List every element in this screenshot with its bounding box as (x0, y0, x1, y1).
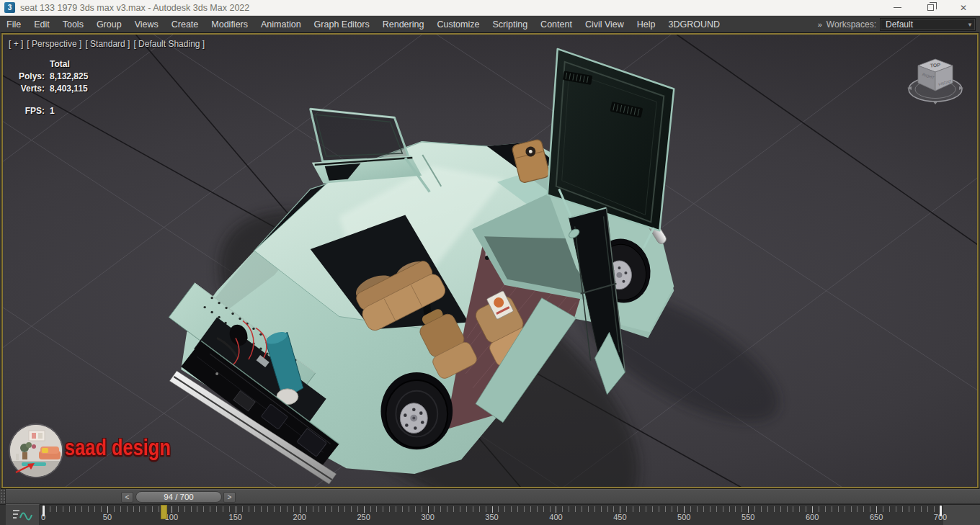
ruler-tick (460, 506, 460, 512)
ruler-tick (127, 506, 128, 512)
ruler-label: 650 (870, 513, 883, 521)
viewport-menu-pov[interactable]: [ Perspective ] (27, 39, 81, 49)
stats-header: Total (50, 59, 88, 69)
ruler-tick (607, 506, 608, 512)
ruler-tick (210, 506, 210, 512)
ruler-tick (184, 506, 185, 512)
ruler-tick (139, 506, 140, 512)
menu-customize[interactable]: Customize (430, 16, 486, 33)
menu-graph-editors[interactable]: Graph Editors (308, 16, 376, 33)
menu-overflow-icon[interactable]: » (818, 20, 821, 29)
ruler-tick (146, 506, 146, 512)
viewcube[interactable]: TOP RIGHT FRONT (901, 43, 970, 112)
ruler-tick (197, 506, 197, 512)
menu-group[interactable]: Group (90, 16, 128, 33)
ruler-tick (357, 506, 358, 512)
ruler-tick (274, 506, 275, 512)
ruler-tick (582, 506, 582, 512)
viewport-menu-general[interactable]: [ + ] (9, 39, 23, 49)
menu-file[interactable]: File (0, 16, 27, 33)
time-slider[interactable]: < 94 / 700 > (6, 489, 980, 504)
ruler-tick (511, 506, 512, 512)
ruler-tick (351, 506, 352, 512)
ruler-tick (633, 506, 633, 512)
ruler-tick (313, 506, 313, 512)
ruler-tick (639, 506, 640, 512)
viewport-menu-shading[interactable]: [ Default Shading ] (133, 39, 205, 49)
ruler-tick (50, 506, 50, 512)
ruler-tick (191, 506, 192, 512)
ruler-tick (120, 506, 121, 512)
current-frame-display[interactable]: 94 / 700 (135, 491, 222, 503)
menu-create[interactable]: Create (165, 16, 205, 33)
menu-3dground[interactable]: 3DGROUND (662, 16, 727, 33)
ruler-tick (306, 506, 307, 512)
close-button[interactable]: ✕ (947, 0, 980, 15)
menu-scripting[interactable]: Scripting (486, 16, 534, 33)
ruler-tick (857, 506, 858, 512)
perspective-viewport[interactable]: [ + ] [ Perspective ] [ Standard ] [ Def… (1, 33, 979, 488)
ruler-tick (851, 506, 852, 512)
ruler-tick (338, 506, 339, 512)
ruler-tick (422, 506, 422, 512)
ruler-tick (934, 506, 935, 512)
ruler-tick (530, 506, 531, 512)
ruler-tick (178, 506, 179, 512)
menu-views[interactable]: Views (128, 16, 165, 33)
ruler-tick (754, 506, 755, 512)
ruler-tick (741, 506, 742, 512)
ruler-tick (479, 506, 480, 512)
viewport-label: [ + ] [ Perspective ] [ Standard ] [ Def… (9, 39, 205, 49)
next-frame-button[interactable]: > (223, 492, 236, 503)
ruler-tick (56, 506, 57, 512)
timeline-ruler[interactable]: 0501001502002503003504004505005506006507… (0, 504, 980, 525)
ruler-tick (466, 506, 467, 512)
window-title: seat 133 1979 3ds max v3.max - Autodesk … (20, 3, 249, 13)
ruler-tick (883, 506, 883, 512)
menu-animation[interactable]: Animation (254, 16, 308, 33)
ruler-tick (556, 506, 556, 513)
previous-frame-button[interactable]: < (121, 492, 133, 503)
ruler-tick (793, 506, 793, 512)
minimize-button[interactable] (881, 0, 914, 15)
ruler-tick (677, 506, 678, 512)
ruler-label: 550 (741, 513, 754, 521)
verts-value: 8,403,115 (50, 84, 88, 94)
ruler-tick (799, 506, 800, 512)
menu-tools[interactable]: Tools (56, 16, 90, 33)
fps-label: FPS: (12, 106, 45, 116)
ruler-tick (415, 506, 416, 512)
restore-button[interactable] (914, 0, 947, 15)
ruler-tick (594, 506, 595, 512)
menu-content[interactable]: Content (534, 16, 579, 33)
viewcube-top-label: TOP (930, 62, 940, 68)
ruler-tick (927, 506, 928, 512)
polys-value: 8,132,825 (50, 71, 88, 81)
ruler-tick (402, 506, 403, 512)
viewport-menu-renderer[interactable]: [ Standard ] (85, 39, 130, 49)
ruler-tick (767, 506, 768, 512)
ruler-tick (748, 506, 749, 513)
viewport-3d-scene[interactable] (3, 35, 977, 487)
menu-edit[interactable]: Edit (27, 16, 56, 33)
ruler-tick (364, 506, 365, 513)
3dsmax-app-icon: 3 (4, 2, 15, 13)
open-mini-curve-editor-button[interactable] (6, 504, 40, 525)
workspace-dropdown[interactable]: Default ▼ (880, 18, 976, 31)
ruler-tick (652, 506, 653, 512)
ruler-tick (133, 506, 134, 512)
menu-rendering[interactable]: Rendering (376, 16, 431, 33)
ruler-tick (710, 506, 710, 512)
viewport-statistics: Total Polys: 8,132,825 Verts: 8,403,115 … (12, 59, 88, 116)
ruler-tick (409, 506, 409, 512)
playhead[interactable] (161, 505, 167, 519)
car-model[interactable] (169, 49, 798, 487)
ruler-label: 350 (485, 513, 498, 521)
menu-civil-view[interactable]: Civil View (579, 16, 631, 33)
menu-help[interactable]: Help (631, 16, 662, 33)
ruler-tick (524, 506, 525, 512)
ruler-tick (216, 506, 217, 512)
menu-modifiers[interactable]: Modifiers (205, 16, 254, 33)
chevron-down-icon: ▼ (967, 22, 973, 28)
ruler-label: 500 (677, 513, 690, 521)
